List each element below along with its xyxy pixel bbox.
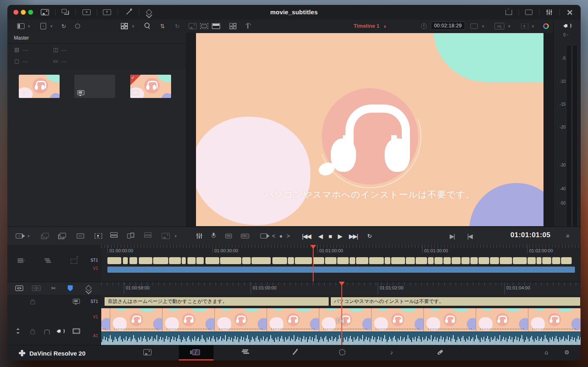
subtitle-segment[interactable] [479,257,489,264]
settings-gear-icon[interactable]: ⚙ [564,349,570,355]
mute-speaker-icon[interactable] [59,330,61,333]
timeline-selector[interactable]: Timeline 1 ∨ [354,23,386,29]
video-clip-thumbnail[interactable] [215,308,267,331]
subtitle-segment[interactable] [295,257,312,264]
video-clip-thumbnail[interactable] [163,308,215,331]
media-clip-video[interactable]: ♪音声読み上げソフト... [19,75,60,98]
audio-track[interactable] [101,331,581,346]
import-media-icon[interactable]: ↓ [40,23,46,29]
edit-tools-icon[interactable] [45,258,49,260]
video-clip-thumbnail[interactable] [110,308,163,331]
filmstrip-view-icon[interactable] [73,329,80,334]
subtitle-segment[interactable] [470,257,478,264]
solo-headphone-icon[interactable] [44,329,50,334]
timeline-options-icon[interactable]: ≡ [566,233,569,239]
subtitle-segment[interactable] [528,257,536,264]
subtitle-segment[interactable] [196,257,204,264]
subtitle-segment[interactable] [139,257,152,264]
clip-options-icon[interactable] [71,259,77,264]
hq-chevron-icon[interactable]: ∨ [508,24,511,28]
play-icon[interactable]: ▶ [338,233,342,239]
video-clip-thumbnail[interactable] [319,308,372,331]
subtitle-segment[interactable] [490,257,499,264]
video-clip-thumbnail[interactable] [424,308,476,331]
subtitle-segment[interactable] [369,257,384,264]
stop-icon[interactable]: ■ [328,233,331,239]
smart-insert-icon[interactable]: ♪ [16,234,23,238]
subtitle-segment[interactable] [220,257,241,264]
transitions-icon[interactable]: ✕ [82,9,91,15]
go-to-end-icon[interactable]: ▶▶| [349,233,358,239]
source-overwrite-icon[interactable] [110,232,118,235]
video-frame[interactable]: パソコンやスマホへのインストールは不要です。 [196,33,543,226]
snapping-icon[interactable] [68,285,73,291]
subtitle-segment[interactable] [552,257,560,264]
next-edit-icon[interactable]: ▶| [450,233,454,239]
hq-playback-icon[interactable]: HQ [494,23,504,29]
subtitle-segment[interactable] [385,257,390,264]
poi-icon[interactable]: POI [225,234,232,238]
place-on-top-icon[interactable] [95,234,102,239]
append-icon[interactable] [43,233,49,238]
resync-icon[interactable]: ↻ [175,23,180,29]
video-clip-thumbnail[interactable] [476,308,528,331]
enhance-icon[interactable] [521,24,528,29]
subtitle-segment[interactable] [272,257,287,264]
play-clip-icon[interactable] [261,234,267,238]
replace-icon[interactable]: <> [77,234,84,238]
subtitle-segment[interactable] [391,257,405,264]
viewport-icon[interactable] [470,24,478,29]
poi-add-icon[interactable]: POI+ [241,234,249,238]
mixer-panel-icon[interactable] [546,9,552,15]
media-clip-timeline[interactable]: ✓Timeline 1 [130,75,171,98]
go-to-start-icon[interactable]: |◀◀ [302,233,311,239]
subtitle-segment[interactable] [252,257,271,264]
subtitle-segment[interactable] [182,257,186,264]
import-media-chevron-icon[interactable]: ∨ [50,24,53,28]
media-page-icon[interactable] [143,349,151,356]
tools-icon[interactable] [567,9,572,15]
subtitle-clip[interactable]: 音読さんはホームページ上で動かすことができます。 [104,297,329,306]
subtitle-segment[interactable] [107,257,121,264]
color-page-icon[interactable] [339,349,345,356]
search-icon[interactable] [145,23,150,28]
track-height-icon[interactable] [16,328,20,334]
subtitle-segment[interactable] [242,257,251,264]
subtitle-segment[interactable] [561,257,572,264]
subtitle-lock-icon[interactable] [31,301,35,305]
titles-icon[interactable]: T [103,9,111,15]
deliver-page-icon[interactable] [437,349,443,355]
subtitle-segment[interactable] [452,257,461,264]
edit-page-icon[interactable] [243,349,248,351]
marker-icon[interactable]: ● [279,233,283,239]
track-lock-icon[interactable] [31,331,35,334]
view-chevron-icon[interactable]: ∨ [132,24,135,28]
subtitle-segment[interactable] [169,257,181,264]
smart-insert-chevron-icon[interactable]: ∨ [27,234,30,238]
subtitle-segment[interactable] [461,257,470,264]
overview-video-bar[interactable] [107,267,575,273]
video-clip-thumbnail[interactable] [101,308,110,331]
preview-picture-icon[interactable] [189,23,197,29]
export-share-icon[interactable] [506,10,512,15]
out-point-icon[interactable]: > [287,233,290,239]
subtitle-segment[interactable] [537,257,541,264]
subtitle-segment[interactable] [123,257,128,264]
subtitle-segment[interactable] [406,257,415,264]
subtitle-segment[interactable] [288,257,294,264]
source-timecode-field[interactable]: 00:02:18:29 [431,22,465,30]
fairlight-page-icon[interactable]: ♪ [390,349,393,355]
subtitle-clip[interactable]: パソコンやスマホへのインストールは不要です。 [330,297,581,306]
stream-icon[interactable] [247,24,248,29]
transition-icon[interactable] [144,232,151,235]
loop-icon[interactable]: ↻ [367,233,372,239]
timecode-clock-icon[interactable] [421,23,427,29]
picture-in-picture-icon[interactable] [162,233,170,239]
preview-strip-icon[interactable] [212,23,220,29]
sync-check-icon[interactable] [18,258,23,260]
bin-header[interactable]: Master [7,33,186,44]
subtitle-track-icon[interactable] [73,299,80,304]
subtitle-segment[interactable] [325,257,336,264]
subtitle-segment[interactable] [129,257,137,264]
razor-icon[interactable]: ✂ [51,285,56,291]
